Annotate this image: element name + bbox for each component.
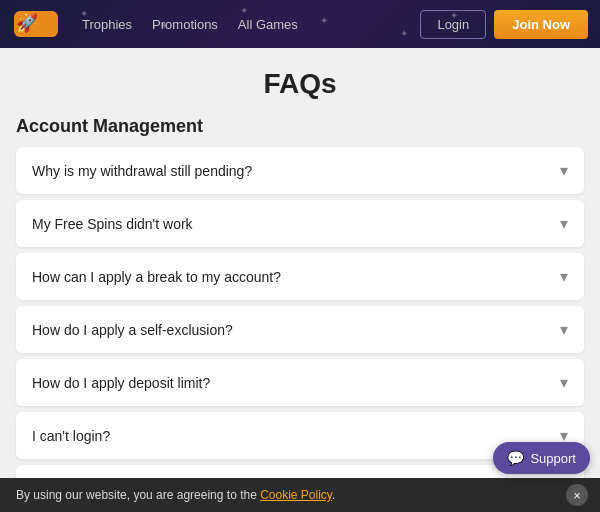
support-label: Support [530, 451, 576, 466]
nav-all-games[interactable]: All Games [238, 17, 298, 32]
logo[interactable]: 🚀 [12, 5, 62, 43]
support-icon: 💬 [507, 450, 524, 466]
faq-question: How do I apply a self-exclusion? [32, 322, 233, 338]
chevron-down-icon: ▾ [560, 267, 568, 286]
faq-item-break[interactable]: How can I apply a break to my account? ▾ [16, 253, 584, 300]
main-nav: Trophies Promotions All Games [82, 17, 420, 32]
faq-question: I can't login? [32, 428, 110, 444]
support-button[interactable]: 💬 Support [493, 442, 590, 474]
chevron-down-icon: ▾ [560, 373, 568, 392]
chevron-down-icon: ▾ [560, 320, 568, 339]
faq-question: How do I apply deposit limit? [32, 375, 210, 391]
faq-item-withdrawal[interactable]: Why is my withdrawal still pending? ▾ [16, 147, 584, 194]
faq-question: My Free Spins didn't work [32, 216, 193, 232]
cookie-banner: By using our website, you are agreeing t… [0, 478, 600, 512]
login-button[interactable]: Login [420, 10, 486, 39]
section-title: Account Management [16, 116, 584, 137]
faq-question: How can I apply a break to my account? [32, 269, 281, 285]
chevron-down-icon: ▾ [560, 214, 568, 233]
nav-trophies[interactable]: Trophies [82, 17, 132, 32]
cookie-close-button[interactable]: × [566, 484, 588, 506]
faq-question: Why is my withdrawal still pending? [32, 163, 252, 179]
header-buttons: Login Join Now [420, 10, 588, 39]
main-content: FAQs Account Management Why is my withdr… [0, 48, 600, 512]
faq-item-free-spins[interactable]: My Free Spins didn't work ▾ [16, 200, 584, 247]
chevron-down-icon: ▾ [560, 161, 568, 180]
cookie-text: By using our website, you are agreeing t… [16, 488, 335, 502]
faq-item-self-exclusion[interactable]: How do I apply a self-exclusion? ▾ [16, 306, 584, 353]
svg-rect-2 [12, 5, 62, 43]
header: ✦ ✦ ✦ ✦ ✦ ✦ 🚀 Trophies Promotions All Ga… [0, 0, 600, 48]
page-title: FAQs [16, 68, 584, 100]
join-button[interactable]: Join Now [494, 10, 588, 39]
cookie-policy-link[interactable]: Cookie Policy [260, 488, 332, 502]
faq-item-deposit-limit[interactable]: How do I apply deposit limit? ▾ [16, 359, 584, 406]
nav-promotions[interactable]: Promotions [152, 17, 218, 32]
